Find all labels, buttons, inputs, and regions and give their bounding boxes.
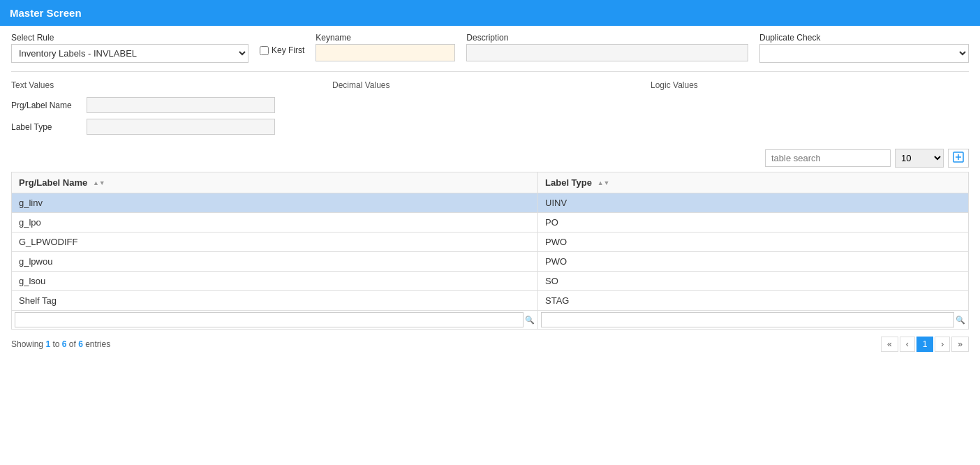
- col-filter-prg[interactable]: [15, 312, 524, 327]
- pagination-prev[interactable]: ‹: [900, 337, 915, 352]
- cell-label-type: SO: [538, 272, 969, 291]
- text-values-header: Text Values: [11, 80, 332, 90]
- table-toolbar: 10 25 50 100: [11, 149, 969, 168]
- col-header-prg-label-name: Prg/Label Name ▲▼: [12, 172, 538, 193]
- cell-label-type: PO: [538, 213, 969, 232]
- main-content: Select Rule Inventory Labels - INVLABEL …: [0, 26, 980, 359]
- cell-label-type: STAG: [538, 291, 969, 311]
- col-filter-label[interactable]: [541, 312, 954, 327]
- keyname-group: Keyname INVLABEL: [315, 33, 455, 61]
- cell-prg-label-name: g_lpwou: [12, 252, 538, 272]
- pagination-last[interactable]: »: [951, 337, 969, 352]
- duplicate-check-group: Duplicate Check: [759, 33, 969, 63]
- filter-cell-label: 🔍: [538, 311, 969, 330]
- key-first-group: Key First: [260, 33, 304, 55]
- sort-arrows-label[interactable]: ▲▼: [597, 180, 610, 186]
- pagination-next[interactable]: ›: [935, 337, 950, 352]
- export-button[interactable]: [948, 149, 969, 168]
- title-bar: Master Screen: [0, 0, 980, 26]
- label-type-label: Label Type: [11, 122, 81, 132]
- filter-cell-prg: 🔍: [12, 311, 538, 330]
- cell-prg-label-name: G_LPWODIFF: [12, 232, 538, 252]
- keyname-input[interactable]: INVLABEL: [315, 44, 455, 61]
- cell-prg-label-name: Shelf Tag: [12, 291, 538, 311]
- table-header-row: Prg/Label Name ▲▼ Label Type ▲▼: [12, 172, 969, 193]
- description-input[interactable]: Inventory Labels: [466, 44, 748, 61]
- label-type-row: Label Type UINV: [11, 119, 332, 135]
- form-top-row: Select Rule Inventory Labels - INVLABEL …: [11, 33, 969, 63]
- keyname-label: Keyname: [315, 33, 455, 43]
- divider-1: [11, 71, 969, 72]
- table-search-input[interactable]: [765, 149, 891, 167]
- pagination: « ‹ 1 › »: [881, 337, 969, 352]
- export-icon: [953, 152, 964, 163]
- table-filter-row: 🔍 🔍: [12, 311, 969, 330]
- description-label: Description: [466, 33, 748, 43]
- cell-prg-label-name: g_lpo: [12, 213, 538, 232]
- pagination-first[interactable]: «: [881, 337, 898, 352]
- duplicate-check-label: Duplicate Check: [759, 33, 969, 43]
- decimal-values-header: Decimal Values: [332, 80, 651, 90]
- table-row[interactable]: g_lsouSO: [12, 272, 969, 291]
- cell-prg-label-name: g_linv: [12, 193, 538, 213]
- col-header-label-type: Label Type ▲▼: [538, 172, 969, 193]
- section-headers: Text Values Decimal Values Logic Values: [11, 80, 969, 90]
- prg-label-name-row: Prg/Label Name g_linv: [11, 97, 332, 113]
- cell-label-type: PWO: [538, 232, 969, 252]
- duplicate-check-dropdown[interactable]: [759, 44, 969, 63]
- logic-values-header: Logic Values: [651, 80, 969, 90]
- showing-text: Showing 1 to 6 of 6 entries: [11, 339, 110, 349]
- showing-from: 1: [45, 339, 50, 349]
- select-rule-dropdown[interactable]: Inventory Labels - INVLABEL: [11, 44, 248, 63]
- table-row[interactable]: Shelf TagSTAG: [12, 291, 969, 311]
- prg-label-name-input[interactable]: g_linv: [87, 97, 275, 113]
- filter-icon-prg: 🔍: [525, 316, 535, 325]
- table-body: g_linvUINVg_lpoPOG_LPWODIFFPWOg_lpwouPWO…: [12, 193, 969, 311]
- page-size-select[interactable]: 10 25 50 100: [895, 149, 944, 168]
- title-bar-text: Master Screen: [10, 7, 82, 19]
- table-row[interactable]: g_linvUINV: [12, 193, 969, 213]
- cell-prg-label-name: g_lsou: [12, 272, 538, 291]
- cell-label-type: UINV: [538, 193, 969, 213]
- cell-label-type: PWO: [538, 252, 969, 272]
- fields-row: Prg/Label Name g_linv Label Type UINV: [11, 97, 969, 135]
- text-values-section: Prg/Label Name g_linv Label Type UINV: [11, 97, 332, 135]
- prg-label-name-label: Prg/Label Name: [11, 101, 81, 110]
- label-type-input[interactable]: UINV: [87, 119, 275, 135]
- select-rule-group: Select Rule Inventory Labels - INVLABEL: [11, 33, 248, 63]
- sort-arrows-prg[interactable]: ▲▼: [93, 180, 105, 186]
- description-group: Description Inventory Labels: [466, 33, 748, 61]
- table-footer: Showing 1 to 6 of 6 entries « ‹ 1 › »: [11, 337, 969, 352]
- select-rule-label: Select Rule: [11, 33, 248, 43]
- table-row[interactable]: G_LPWODIFFPWO: [12, 232, 969, 252]
- table-section: 10 25 50 100 Prg/Label Name ▲▼: [11, 149, 969, 352]
- data-table: Prg/Label Name ▲▼ Label Type ▲▼ g_linvUI…: [11, 172, 969, 330]
- key-first-checkbox[interactable]: [260, 46, 269, 55]
- showing-total: 6: [78, 339, 83, 349]
- showing-to: 6: [62, 339, 67, 349]
- table-row[interactable]: g_lpwouPWO: [12, 252, 969, 272]
- key-first-label: Key First: [272, 45, 304, 55]
- pagination-current[interactable]: 1: [916, 337, 934, 352]
- table-row[interactable]: g_lpoPO: [12, 213, 969, 232]
- filter-icon-label: 🔍: [956, 316, 965, 325]
